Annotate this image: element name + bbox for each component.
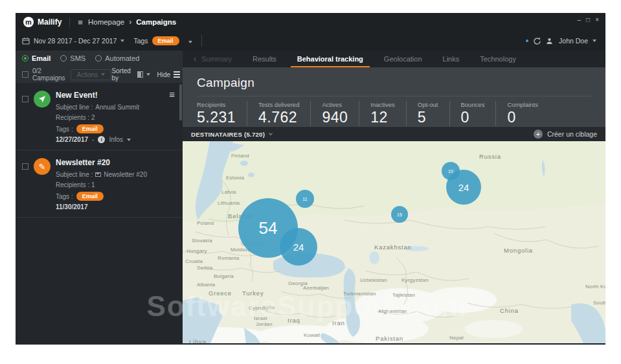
- stat-recipients: Recipients5.231: [197, 101, 247, 126]
- stat-label: Inactives: [370, 101, 395, 108]
- tags-filter[interactable]: Tags Email: [133, 36, 194, 46]
- map-label-russia: Russia: [479, 153, 501, 160]
- refresh-icon[interactable]: [533, 37, 541, 45]
- map-label-china: China: [500, 307, 519, 314]
- layout-columns-icon[interactable]: [137, 71, 144, 78]
- subject-label: Subject line :: [56, 170, 93, 180]
- stat-value: 5: [418, 109, 438, 126]
- infos-label[interactable]: Infos: [109, 136, 123, 143]
- map-label-croatia: Croatia: [185, 258, 203, 264]
- tag-email-badge[interactable]: Email: [152, 36, 179, 45]
- breadcrumb-home[interactable]: Homepage: [88, 18, 124, 26]
- stat-value: 0: [461, 109, 485, 126]
- map-label-turkey: Turkey: [242, 290, 264, 297]
- tag-email-badge[interactable]: Email: [76, 192, 104, 201]
- subject-label: Subject line :: [56, 102, 93, 113]
- campaign-subject: Subject line :Newsletter #20: [56, 170, 176, 180]
- campaign-menu-icon[interactable]: ≡: [169, 91, 175, 98]
- tab-behavioral-tracking[interactable]: Behavioral tracking: [287, 51, 374, 67]
- radio-icon[interactable]: [22, 55, 28, 62]
- status-draft-pencil-icon: ✎: [34, 158, 51, 175]
- chevron-down-icon[interactable]: [593, 40, 596, 42]
- map-bubble-15[interactable]: 15: [391, 206, 408, 223]
- date-range-value: Nov 28 2017 - Dec 27 2017: [34, 37, 117, 45]
- list-item-new-event[interactable]: New Event!Subject line :Annual SummitRec…: [16, 83, 183, 150]
- tab-technology[interactable]: Technology: [469, 51, 526, 67]
- map-label-kazakhstan: Kazakhstan: [374, 244, 412, 251]
- radio-icon[interactable]: [95, 55, 102, 62]
- stat-label: Actives: [322, 101, 348, 108]
- geolocation-map[interactable]: FinlandRussiaEstoniaLatviaLithuaniaBelar…: [183, 141, 605, 343]
- create-targeting-label: Créer un ciblage: [547, 130, 597, 138]
- minimize-icon[interactable]: –: [578, 17, 581, 23]
- channel-sms[interactable]: SMS: [60, 54, 85, 62]
- sort-cluster: Sorted by Hide: [111, 67, 180, 82]
- tab-summary[interactable]: Summary: [184, 51, 242, 67]
- channel-automated[interactable]: Automated: [95, 54, 139, 62]
- tab-results[interactable]: Results: [242, 51, 287, 67]
- stat-value: 12: [370, 109, 395, 126]
- campaign-subject: Subject line :Annual Summit: [56, 102, 176, 113]
- map-bubble-24[interactable]: 24: [446, 170, 481, 205]
- map-label-romania: Romania: [218, 255, 239, 261]
- campaign-date: 12/27/2017: [56, 136, 88, 143]
- campaign-summary: Newsletter #20Subject line :Newsletter #…: [56, 158, 176, 210]
- chevron-down-icon[interactable]: [269, 131, 273, 135]
- select-all-checkbox[interactable]: [22, 71, 28, 78]
- app-window: m Mailify ≡ Homepage › Campaigns – □ × N…: [16, 13, 605, 345]
- map-label-albania: Albania: [197, 282, 215, 288]
- map-label-poland: Poland: [197, 220, 214, 226]
- map-label-israel: Israel: [254, 315, 267, 321]
- campaign-title: New Event!: [56, 91, 176, 100]
- map-label-pakistan: Pakistan: [376, 335, 403, 342]
- campaign-checkbox[interactable]: [22, 96, 28, 102]
- tab-geolocation[interactable]: Geolocation: [374, 51, 433, 67]
- maximize-icon[interactable]: □: [586, 17, 590, 23]
- map-label-tajikistan: Tajikistan: [392, 292, 415, 298]
- actions-label: Actions: [77, 71, 98, 78]
- tags-label: Tags :: [56, 193, 73, 200]
- filter-toolbar: Nov 28 2017 - Dec 27 2017 Tags Email Joh…: [16, 31, 605, 51]
- map-label-north-kor: North Kor: [585, 284, 605, 290]
- tab-label: Results: [253, 55, 277, 63]
- hamburger-menu-icon[interactable]: ≡: [78, 17, 83, 27]
- user-name[interactable]: John Doe: [559, 37, 588, 45]
- chevron-down-icon[interactable]: [127, 139, 131, 141]
- breadcrumb-separator-icon: ›: [129, 17, 131, 27]
- create-targeting-button[interactable]: + Créer un ciblage: [534, 130, 597, 139]
- list-view-icon[interactable]: [174, 71, 180, 73]
- stat-label: Recipients: [197, 101, 236, 108]
- stat-value: 5.231: [197, 109, 236, 126]
- stat-value: 4.762: [258, 109, 299, 126]
- list-controls-row: 0/2 Campaigns Actions Sorted by Hide: [16, 66, 183, 83]
- tag-email-badge[interactable]: Email: [76, 124, 104, 133]
- campaign-tags: Tags :Email: [56, 192, 176, 201]
- map-label-syria: Syria: [262, 304, 275, 310]
- campaign-checkbox[interactable]: [22, 163, 28, 170]
- main-panel: SummaryResultsBehavioral trackingGeoloca…: [183, 51, 605, 345]
- scrollbar-thumb[interactable]: [179, 84, 182, 120]
- destinataires-label[interactable]: DESTINATAIRES (5.720): [191, 131, 265, 138]
- channel-label: Automated: [105, 54, 139, 62]
- info-icon[interactable]: [98, 136, 105, 143]
- map-label-finland: Finland: [231, 153, 249, 159]
- campaign-recipients: Recipients : 2: [56, 113, 176, 123]
- date-range-filter[interactable]: Nov 28 2017 - Dec 27 2017: [22, 37, 124, 45]
- stat-label: Bounces: [461, 101, 485, 108]
- list-item-newsletter-20[interactable]: ✎Newsletter #20Subject line :Newsletter …: [16, 150, 183, 218]
- map-bubble-24[interactable]: 24: [280, 228, 317, 266]
- channel-email[interactable]: Email: [22, 54, 51, 62]
- user-icon: [546, 38, 553, 45]
- hide-label[interactable]: Hide: [157, 71, 170, 78]
- actions-dropdown[interactable]: Actions: [71, 69, 112, 80]
- sidebar-scrollbar[interactable]: [179, 83, 182, 345]
- breadcrumb-current: Campaigns: [136, 18, 176, 26]
- radio-icon[interactable]: [60, 55, 67, 62]
- tag-dropdown-button[interactable]: [186, 36, 195, 46]
- chevron-down-icon[interactable]: [146, 73, 150, 76]
- campaign-list: New Event!Subject line :Annual SummitRec…: [16, 83, 183, 345]
- tab-links[interactable]: Links: [433, 51, 470, 67]
- close-icon[interactable]: ×: [595, 17, 599, 23]
- map-label-kuwait: Kuwait: [304, 332, 320, 338]
- map-bubble-11[interactable]: 11: [296, 190, 314, 208]
